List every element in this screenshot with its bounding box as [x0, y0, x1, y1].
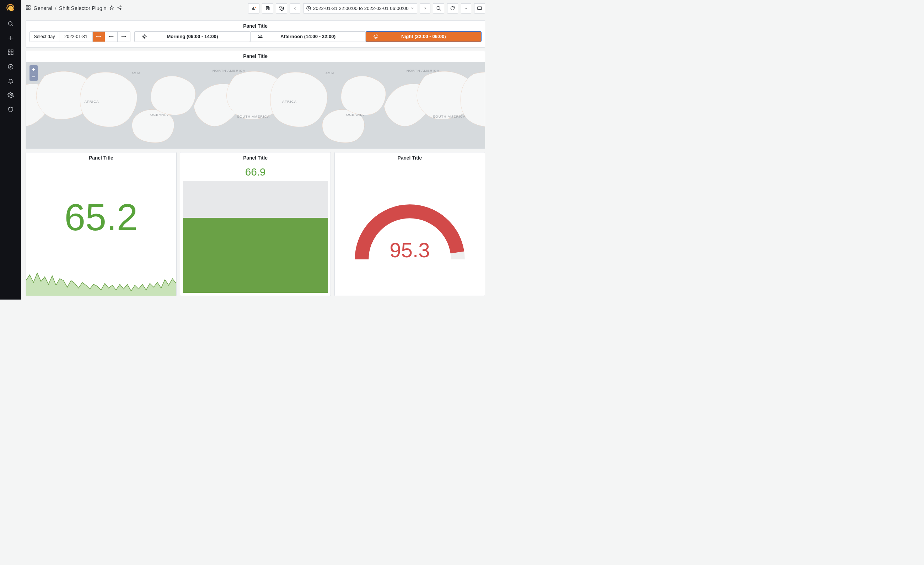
grafana-logo[interactable] — [5, 3, 16, 13]
panel-title: Panel Title — [180, 153, 330, 163]
panel-title: Panel Title — [26, 21, 485, 31]
shift-label: Morning (06:00 - 14:00) — [166, 34, 218, 39]
stat-value: 65.2 — [64, 198, 138, 236]
stat-value: 95.3 — [390, 238, 430, 262]
svg-point-35 — [96, 36, 97, 37]
svg-line-49 — [143, 37, 143, 38]
svg-marker-15 — [110, 6, 114, 10]
panel-title: Panel Title — [26, 153, 176, 163]
svg-line-48 — [146, 37, 146, 38]
main: General / Shift Selector Plugin — [21, 0, 490, 300]
svg-line-47 — [143, 35, 143, 35]
map-panel: Panel Title + − i — [26, 51, 485, 149]
breadcrumb-title[interactable]: Shift Selector Plugin — [59, 5, 106, 11]
stat-sparkline-panel: Panel Title 65.2 — [26, 152, 177, 296]
apps-icon[interactable] — [26, 5, 31, 11]
svg-rect-26 — [267, 6, 268, 7]
moon-icon — [373, 34, 378, 39]
svg-point-10 — [10, 94, 11, 96]
admin-icon[interactable] — [7, 106, 14, 113]
range-both-button[interactable] — [93, 31, 105, 42]
map-label: SOUTH AMERICA — [433, 114, 466, 118]
sidebar — [0, 0, 21, 300]
map-zoom-in-button[interactable]: + — [30, 65, 38, 73]
bar-fill — [183, 218, 328, 293]
time-range-picker[interactable]: 2022-01-31 22:00:00 to 2022-02-01 06:00:… — [303, 3, 417, 14]
select-day-label: Select day — [30, 31, 60, 42]
map-canvas[interactable]: + − i — [26, 62, 485, 148]
stat-bar-panel: Panel Title 66.9 — [180, 152, 331, 296]
shift-selector-panel: Panel Title Select day 2022-01-31 — [26, 20, 485, 47]
shift-night-button[interactable]: Night (22:00 - 06:00) — [366, 31, 482, 42]
map-label: SOUTH AMERICA — [237, 114, 270, 118]
time-range-text: 2022-01-31 22:00:00 to 2022-02-01 06:00:… — [313, 6, 409, 11]
day-picker: Select day 2022-01-31 — [30, 31, 130, 42]
configuration-icon[interactable] — [7, 91, 14, 99]
range-start-button[interactable] — [105, 31, 118, 42]
svg-line-20 — [119, 8, 120, 9]
map-zoom-control: + − — [30, 65, 38, 81]
svg-marker-9 — [10, 66, 11, 67]
map-label: OCEANIA — [346, 112, 364, 117]
svg-rect-33 — [478, 7, 482, 9]
panel-title: Panel Title — [335, 153, 485, 163]
breadcrumb-sep: / — [55, 5, 56, 11]
zoom-out-button[interactable] — [433, 3, 444, 14]
stat-value: 66.9 — [180, 163, 330, 178]
breadcrumb: General / Shift Selector Plugin — [26, 5, 122, 11]
alerting-icon[interactable] — [7, 77, 14, 85]
stat-gauge-panel: Panel Title 95.3 — [334, 152, 486, 296]
shift-buttons: Morning (06:00 - 14:00) Afternoon (14:00… — [134, 31, 481, 42]
world-map — [26, 62, 485, 148]
shift-label: Night (22:00 - 06:00) — [401, 34, 446, 39]
map-zoom-out-button[interactable]: − — [30, 73, 38, 81]
bar-track — [183, 181, 328, 293]
gauge: 95.3 — [335, 163, 485, 296]
dashboards-icon[interactable] — [7, 49, 14, 56]
svg-point-38 — [109, 36, 110, 37]
sun-icon — [141, 34, 147, 39]
content: Panel Title Select day 2022-01-31 — [21, 17, 490, 300]
sparkline — [26, 252, 176, 296]
svg-rect-14 — [29, 8, 30, 10]
map-label: AFRICA — [282, 99, 297, 103]
svg-point-37 — [100, 36, 101, 37]
map-label: NORTH AMERICA — [213, 69, 246, 72]
svg-point-0 — [8, 21, 12, 25]
svg-rect-7 — [11, 53, 13, 55]
tv-mode-button[interactable] — [474, 3, 486, 14]
shift-label: Afternoon (14:00 - 22:00) — [280, 34, 336, 39]
svg-line-50 — [146, 35, 146, 35]
svg-rect-6 — [8, 53, 10, 55]
selected-date[interactable]: 2022-01-31 — [59, 31, 93, 42]
range-end-button[interactable] — [118, 31, 130, 42]
svg-rect-4 — [8, 50, 10, 52]
plus-icon[interactable] — [7, 34, 14, 42]
map-label: NORTH AMERICA — [406, 69, 440, 72]
svg-rect-11 — [26, 6, 28, 7]
search-icon[interactable] — [7, 20, 14, 27]
topbar-actions: 2022-01-31 22:00:00 to 2022-02-01 06:00:… — [248, 3, 485, 14]
svg-point-55 — [377, 35, 377, 35]
shift-afternoon-button[interactable]: Afternoon (14:00 - 22:00) — [250, 31, 366, 42]
svg-line-54 — [261, 36, 262, 36]
topbar: General / Shift Selector Plugin — [21, 0, 490, 17]
refresh-button[interactable] — [447, 3, 459, 14]
share-icon[interactable] — [117, 5, 122, 11]
stat-row: Panel Title 65.2 Panel Title 66.9 — [26, 152, 485, 296]
save-button[interactable] — [262, 3, 273, 14]
time-forward-button[interactable] — [420, 3, 430, 14]
svg-rect-13 — [26, 8, 28, 10]
svg-rect-12 — [29, 6, 30, 7]
time-back-button[interactable] — [290, 3, 300, 14]
map-label: ASIA — [132, 71, 141, 75]
star-icon[interactable] — [109, 5, 114, 11]
shift-morning-button[interactable]: Morning (06:00 - 14:00) — [134, 31, 250, 42]
breadcrumb-folder[interactable]: General — [33, 5, 52, 11]
add-panel-button[interactable] — [248, 3, 260, 14]
svg-rect-27 — [267, 9, 268, 10]
settings-button[interactable] — [276, 3, 287, 14]
svg-point-41 — [126, 36, 126, 37]
explore-icon[interactable] — [7, 63, 14, 70]
refresh-interval-button[interactable] — [461, 3, 472, 14]
